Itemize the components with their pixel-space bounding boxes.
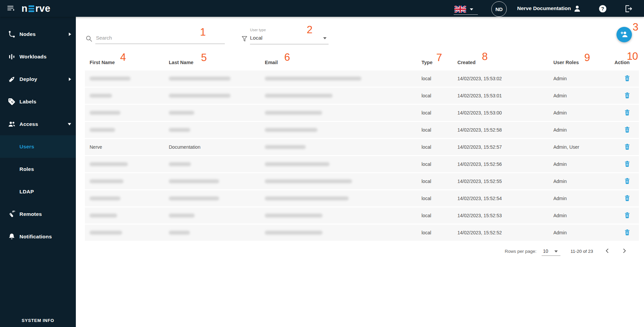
delete-user-button[interactable] [623, 143, 632, 151]
delete-user-button[interactable] [623, 91, 632, 100]
table-body: local14/02/2023, 15:53:02Adminlocal14/02… [85, 71, 639, 242]
cell-email-redacted [265, 145, 306, 149]
cell-first-name-redacted [90, 231, 122, 235]
cell-first-name-redacted [90, 179, 123, 183]
delete-user-button[interactable] [623, 108, 632, 117]
annotation-number-8: 8 [482, 51, 487, 62]
sidebar: NodesWorkloadsDeployLabelsAccessUsersRol… [0, 17, 76, 327]
nerve-logo: nrve [21, 3, 50, 14]
cell-created: 14/02/2023, 15:52:52 [457, 230, 502, 235]
funnel-icon [241, 35, 248, 42]
delete-user-button[interactable] [623, 74, 632, 83]
cell-type: local [422, 230, 431, 235]
logo-e-bars-icon [29, 5, 34, 12]
menu-collapse-icon[interactable] [7, 4, 15, 12]
sidebar-item-label: Workloads [19, 54, 47, 60]
annotation-number-3: 3 [633, 22, 638, 32]
column-header-first-name: First Name [90, 60, 115, 65]
cell-user-roles: Admin [553, 127, 567, 133]
main-content: User type Local First NameLast NameEmail… [76, 17, 644, 327]
trash-icon [624, 198, 631, 203]
trash-icon [624, 232, 631, 237]
table-header-row: First NameLast NameEmailTypeCreatedUser … [76, 58, 644, 69]
delete-user-button[interactable] [623, 160, 632, 169]
cell-last-name: Documentation [169, 144, 200, 150]
add-user-button[interactable] [616, 27, 632, 42]
cell-user-roles: Admin, User [553, 144, 579, 150]
topbar: nrve ND Nerve Documentation ? [0, 0, 644, 17]
delete-user-button[interactable] [623, 177, 632, 186]
cell-created: 14/02/2023, 15:52:55 [457, 179, 502, 184]
logout-icon[interactable] [624, 4, 633, 13]
cell-user-roles: Admin [553, 179, 567, 184]
table-row: local14/02/2023, 15:53:02Admin [85, 71, 639, 87]
sidebar-item-users[interactable]: Users [0, 135, 76, 158]
user-icon[interactable] [573, 4, 582, 13]
cell-created: 14/02/2023, 15:53:02 [457, 76, 502, 81]
delete-user-button[interactable] [623, 194, 632, 203]
help-icon[interactable]: ? [598, 4, 607, 13]
trash-icon [624, 95, 631, 100]
rows-per-page-value: 10 [543, 248, 548, 254]
trash-icon [624, 78, 631, 83]
delete-user-button[interactable] [623, 228, 632, 237]
cell-type: local [422, 144, 431, 150]
cell-email-redacted [265, 162, 330, 166]
cell-first-name-redacted [90, 111, 120, 115]
sidebar-item-ldap[interactable]: LDAP [0, 180, 76, 203]
sidebar-item-label: Access [19, 121, 38, 127]
cell-email-redacted [265, 128, 317, 132]
sidebar-item-workloads[interactable]: Workloads [0, 45, 76, 68]
cell-last-name-redacted [169, 94, 231, 98]
sidebar-item-labels[interactable]: Labels [0, 90, 76, 113]
delete-user-button[interactable] [623, 211, 632, 220]
cell-email-redacted [265, 231, 323, 235]
sidebar-item-access[interactable]: Access [0, 113, 76, 135]
delete-user-button[interactable] [623, 126, 632, 134]
cell-last-name-redacted [169, 162, 191, 166]
sidebar-item-roles[interactable]: Roles [0, 158, 76, 180]
system-info-button[interactable]: SYSTEM INFO [0, 318, 76, 323]
sidebar-item-label: Deploy [19, 76, 37, 82]
cell-user-roles: Admin [553, 196, 567, 201]
cell-created: 14/02/2023, 15:53:01 [457, 93, 502, 98]
chevron-right-icon [69, 33, 71, 36]
cell-type: local [422, 110, 431, 115]
column-header-email: Email [265, 60, 278, 65]
cell-email-redacted [265, 179, 352, 183]
annotation-number-4: 4 [120, 52, 126, 62]
cell-first-name-redacted [90, 162, 128, 166]
sidebar-item-label: Remotes [19, 211, 42, 217]
user-type-select[interactable]: Local [250, 33, 329, 44]
cell-type: local [422, 213, 431, 218]
column-header-user-roles: User Roles [553, 60, 579, 65]
sidebar-item-deploy[interactable]: Deploy [0, 68, 76, 90]
avatar: ND [491, 1, 507, 17]
table-row: local14/02/2023, 15:52:56Admin [85, 156, 639, 172]
logo-text-rve: rve [35, 3, 50, 14]
cell-first-name: Nerve [90, 144, 102, 150]
workloads-icon [8, 53, 16, 61]
column-header-last-name: Last Name [169, 60, 193, 65]
language-select[interactable] [454, 4, 478, 15]
column-header-type: Type [422, 60, 433, 65]
table-row: local14/02/2023, 15:52:58Admin [85, 122, 639, 138]
chevron-right-icon[interactable] [619, 246, 629, 256]
cell-last-name-redacted [169, 196, 219, 200]
cell-email-redacted [265, 214, 323, 218]
cell-email-redacted [265, 111, 322, 115]
sidebar-item-remotes[interactable]: Remotes [0, 203, 76, 225]
cell-user-roles: Admin [553, 213, 567, 218]
sidebar-item-label: Nodes [19, 31, 36, 37]
chevron-left-icon[interactable] [602, 246, 612, 256]
sidebar-item-notifications[interactable]: Notifications [0, 225, 76, 248]
sidebar-item-nodes[interactable]: Nodes [0, 23, 76, 45]
cell-created: 14/02/2023, 15:52:58 [457, 127, 502, 133]
cell-created: 14/02/2023, 15:52:54 [457, 196, 502, 201]
cell-email-redacted [265, 77, 361, 81]
cell-user-roles: Admin [553, 110, 567, 115]
annotation-number-2: 2 [307, 25, 312, 35]
annotation-number-6: 6 [284, 52, 290, 62]
cell-last-name-redacted [169, 214, 195, 218]
rows-per-page-select[interactable]: 10 [542, 246, 560, 256]
